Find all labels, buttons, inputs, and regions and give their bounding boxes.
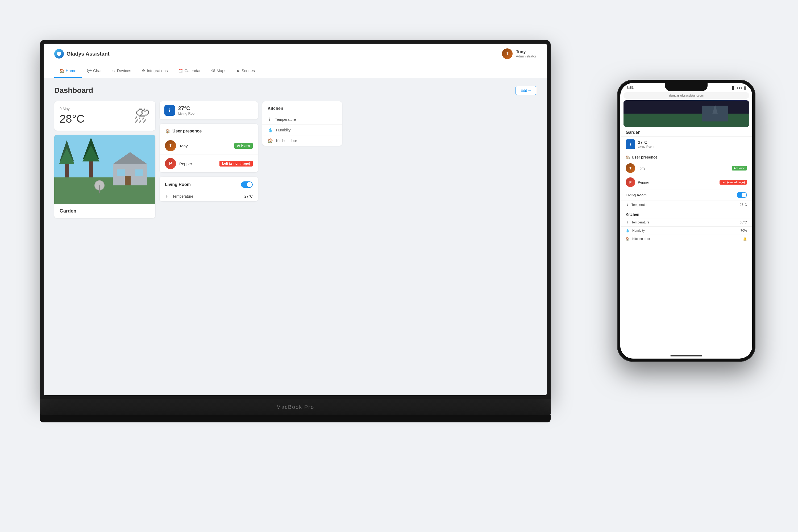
nav-chat[interactable]: 💬 Chat [82,64,107,78]
kitchen-header: Kitchen [262,101,342,114]
user-name: Tony [516,50,536,54]
temp-row-icon: 🌡 [165,194,169,199]
main-content: Dashboard Edit ✏ 9 May 28°C [44,78,547,395]
laptop-foot [40,415,551,422]
weather-temp: 28°C [60,113,84,125]
thermometer-icon: 🌡 [165,105,175,116]
phone-temp-badge: 🌡 27°C Living Room [620,136,752,152]
phone-kitchen-door: 🏠 Kitchen door 🔔 [620,234,752,243]
pepper-status-badge: Left (a month ago) [220,161,253,167]
phone-kitchen-temp-icon: 🌡 [626,221,629,224]
phone-presence-icon: 🏠 [626,155,630,159]
temp-row-label: Temperature [172,194,193,198]
garden-photo [54,135,155,204]
phone-kitchen-header: Kitchen [620,209,752,218]
phone-kitchen-temp-val: 30°C [740,221,747,224]
user-info: T Tony Administrator [502,49,536,59]
garden-card: Garden [54,135,155,218]
nav-home[interactable]: 🏠 Home [54,64,82,78]
dashboard-grid: 9 May 28°C ⛈ [54,101,536,218]
presence-icon: 🏠 [165,129,170,134]
phone-tony-name: Tony [638,166,645,170]
app-header: Gladys Assistant T Tony Administrator [44,44,547,64]
kitchen-humidity-icon: 💧 [268,128,273,132]
nav-calendar[interactable]: 📅 Calendar [173,64,206,78]
living-room-header: Living Room [159,177,258,191]
tony-avatar: T [165,140,176,151]
scenes-icon: ▶ [237,69,240,73]
signal-icon: ●●● [737,86,742,89]
phone-living-temp-val: 27°C [740,203,747,207]
living-room-temp-row: 🌡 Temperature 27°C [159,191,258,201]
phone-url-bar[interactable]: demo.gladysassistant.com [624,92,749,99]
phone-kitchen-humidity: 💧 Humidity 70% [620,226,752,234]
laptop-base: MacBook Pro [40,399,551,415]
phone-living-title: Living Room [626,193,647,197]
weather-info: 9 May 28°C [60,107,84,125]
phone-camera-preview [624,100,749,127]
wifi-icon: ▐▌ [731,86,735,89]
phone-home-bar [670,355,702,357]
phone-screen: 8:51 ▐▌ ●●● ▓ demo.gladysassistant.com [620,83,752,359]
living-room-title: Living Room [165,182,191,187]
phone-time: 8:51 [627,86,633,90]
svg-rect-12 [125,176,131,185]
weather-icon: ⛈ [134,107,150,125]
phone-living-header: Living Room [620,189,752,201]
kitchen-humidity-row: 💧 Humidity [262,125,342,135]
phone-living-toggle[interactable] [737,192,747,198]
phone-temp-icon-row: 🌡 [626,203,629,207]
presence-tony: T Tony At Home [159,137,258,155]
presence-pepper: P Pepper Left (a month ago) [159,155,258,172]
temp-room: Living Room [178,111,197,115]
laptop: Gladys Assistant T Tony Administrator 🏠 [40,40,551,492]
nav-bar: 🏠 Home 💬 Chat ⊙ Devices ⚙ Integrations [44,64,547,78]
living-room-toggle[interactable] [241,182,253,188]
maps-icon: 🗺 [211,69,215,73]
phone-presence-pepper: P Pepper Left (a month ago) [620,175,752,189]
pepper-avatar: P [165,158,176,169]
phone-kitchen-door-val: 🔔 [743,237,747,241]
phone-thermometer-icon: 🌡 [626,139,635,149]
phone-temp-value: 27°C [638,140,654,145]
weather-card: 9 May 28°C ⛈ [54,101,155,131]
user-presence-header: 🏠 User presence [159,124,258,137]
phone-pepper-badge: Left (a month ago) [720,180,747,185]
tony-status-badge: At Home [234,143,253,149]
chat-icon: 💬 [87,69,92,73]
phone-kitchen-humidity-icon: 💧 [626,229,630,232]
garden-label: Garden [54,204,155,218]
temp-badge-card: 🌡 27°C Living Room [159,101,258,119]
phone-notch [665,83,707,91]
dashboard-title: Dashboard [54,86,93,95]
weather-date: 9 May [60,107,84,111]
tony-name: Tony [179,144,188,148]
kitchen-card: Kitchen 🌡 Temperature [262,101,342,146]
calendar-icon: 📅 [178,69,183,73]
home-icon: 🏠 [60,69,64,73]
devices-icon: ⊙ [112,69,115,73]
nav-integrations[interactable]: ⚙ Integrations [136,64,173,78]
app-logo: Gladys Assistant [54,49,110,58]
phone-garden-title: Garden [620,127,752,136]
phone-pepper-name: Pepper [638,180,649,184]
nav-scenes[interactable]: ▶ Scenes [232,64,260,78]
kitchen-temp-row: 🌡 Temperature [262,114,342,125]
user-text: Tony Administrator [516,50,536,58]
phone-tony-badge: At Home [732,166,747,171]
temp-row-value: 27°C [244,194,253,198]
pepper-name: Pepper [179,162,192,166]
phone-kitchen-humidity-val: 70% [741,229,747,232]
user-avatar: T [502,49,513,59]
phone-url: demo.gladysassistant.com [669,94,704,97]
integrations-icon: ⚙ [142,69,145,73]
phone-tony-avatar: T [626,163,635,173]
edit-button[interactable]: Edit ✏ [515,86,536,95]
nav-devices[interactable]: ⊙ Devices [107,64,136,78]
svg-rect-11 [135,169,144,176]
phone-shell: 8:51 ▐▌ ●●● ▓ demo.gladysassistant.com [617,80,756,362]
laptop-body: Gladys Assistant T Tony Administrator 🏠 [40,40,551,399]
nav-maps[interactable]: 🗺 Maps [206,64,232,78]
kitchen-temp-icon: 🌡 [268,117,272,122]
living-room-card: Living Room 🌡 Temperature [159,177,258,201]
